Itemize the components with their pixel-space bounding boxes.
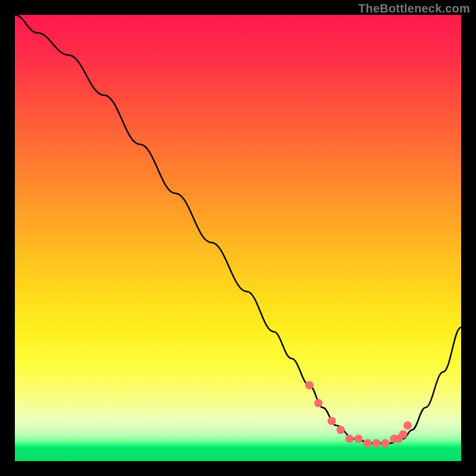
marker-dot	[381, 439, 390, 447]
chart-svg	[15, 15, 461, 461]
chart-curve	[15, 15, 461, 443]
marker-dot	[314, 399, 322, 408]
marker-dot	[305, 381, 314, 390]
marker-dot	[355, 435, 363, 443]
watermark-text: TheBottleneck.com	[358, 2, 470, 15]
chart-markers	[305, 381, 412, 448]
marker-dot	[328, 417, 336, 425]
marker-dot	[337, 426, 345, 434]
marker-dot	[403, 421, 412, 430]
marker-dot	[364, 439, 372, 447]
marker-dot	[346, 435, 354, 443]
marker-dot	[399, 430, 408, 439]
chart-frame: TheBottleneck.com	[0, 0, 476, 476]
marker-dot	[372, 439, 381, 447]
